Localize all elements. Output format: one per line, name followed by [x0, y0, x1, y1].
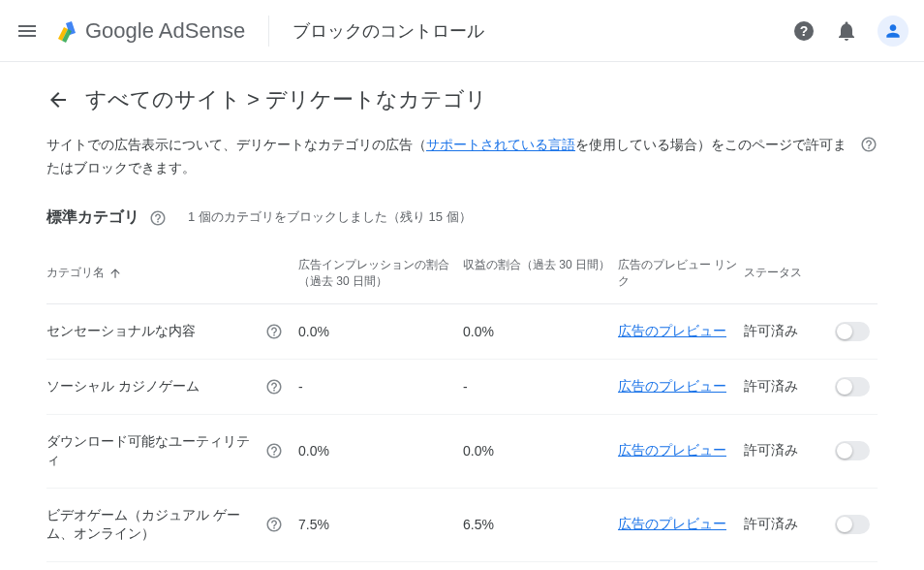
page-context-title: ブロックのコントロール — [293, 19, 792, 43]
preview-cell: 広告のプレビュー — [618, 378, 744, 396]
status-cell: 許可済み — [744, 515, 878, 534]
toggle-knob — [837, 443, 852, 459]
row-help-icon[interactable] — [265, 516, 283, 533]
table-row: ビデオゲーム（カジュアル ゲーム、オンライン）7.5%6.5%広告のプレビュー許… — [46, 489, 878, 562]
app-header: Google AdSense ブロックのコントロール ? — [0, 0, 924, 62]
category-name-cell: ビデオゲーム（カジュアル ゲーム、オンライン） — [46, 506, 298, 544]
toggle-knob — [837, 517, 852, 532]
section-info: 1 個のカテゴリをブロックしました（残り 15 個） — [188, 208, 472, 226]
header-actions: ? — [792, 16, 909, 47]
category-name-cell: センセーショナルな内容 — [46, 322, 298, 341]
preview-link[interactable]: 広告のプレビュー — [618, 323, 726, 338]
svg-text:?: ? — [800, 23, 809, 39]
category-name-cell: ダウンロード可能なユーティリティ — [46, 432, 298, 470]
table-row: センセーショナルな内容0.0%0.0%広告のプレビュー許可済み — [46, 304, 878, 360]
table-header-row: カテゴリ名 広告インプレッションの割合（過去 30 日間） 収益の割合（過去 3… — [46, 243, 878, 304]
section-header: 標準カテゴリ 1 個のカテゴリをブロックしました（残り 15 個） — [46, 207, 878, 228]
intro-help-icon[interactable] — [860, 136, 878, 153]
table-row: 一攫千金0.0%0.0%広告のプレビュー許可済み — [46, 562, 878, 570]
menu-icon[interactable] — [15, 19, 39, 43]
row-help-icon[interactable] — [265, 378, 283, 396]
preview-link[interactable]: 広告のプレビュー — [618, 378, 726, 394]
category-name: ソーシャル カジノゲーム — [46, 377, 258, 396]
brand-text: Google AdSense — [85, 18, 245, 44]
brand-logo[interactable]: Google AdSense — [54, 18, 245, 44]
status-toggle[interactable] — [835, 322, 870, 341]
header-divider — [268, 16, 269, 47]
table-row: ダウンロード可能なユーティリティ0.0%0.0%広告のプレビュー許可済み — [46, 415, 878, 489]
category-name: ビデオゲーム（カジュアル ゲーム、オンライン） — [46, 506, 258, 544]
impressions-cell: 0.0% — [298, 324, 463, 339]
revenue-cell: - — [463, 379, 618, 395]
breadcrumb-text: すべてのサイト > デリケートなカテゴリ — [85, 85, 487, 114]
status-cell: 許可済み — [744, 322, 878, 341]
revenue-cell: 6.5% — [463, 517, 618, 532]
section-title: 標準カテゴリ — [46, 207, 139, 228]
user-avatar[interactable] — [878, 16, 909, 47]
impressions-cell: 7.5% — [298, 517, 463, 532]
back-arrow-icon[interactable] — [46, 88, 70, 111]
intro-text: サイトでの広告表示について、デリケートなカテゴリの広告（サポートされている言語を… — [46, 134, 848, 180]
notifications-icon[interactable] — [835, 19, 858, 43]
status-toggle[interactable] — [835, 515, 870, 534]
column-header-name[interactable]: カテゴリ名 — [46, 257, 298, 290]
status-cell: 許可済み — [744, 441, 878, 460]
impressions-cell: - — [298, 379, 463, 395]
help-icon[interactable]: ? — [792, 19, 816, 43]
main-content: すべてのサイト > デリケートなカテゴリ サイトでの広告表示について、デリケート… — [0, 62, 924, 570]
toggle-knob — [837, 379, 852, 395]
intro-section: サイトでの広告表示について、デリケートなカテゴリの広告（サポートされている言語を… — [46, 134, 878, 180]
preview-cell: 広告のプレビュー — [618, 442, 744, 459]
column-header-preview: 広告のプレビュー リンク — [618, 257, 744, 290]
column-header-name-label: カテゴリ名 — [46, 265, 105, 281]
status-label: 許可済み — [744, 442, 798, 459]
impressions-cell: 0.0% — [298, 443, 463, 459]
table-row: ソーシャル カジノゲーム--広告のプレビュー許可済み — [46, 360, 878, 415]
column-header-impressions[interactable]: 広告インプレッションの割合（過去 30 日間） — [298, 257, 463, 290]
categories-table: カテゴリ名 広告インプレッションの割合（過去 30 日間） 収益の割合（過去 3… — [46, 243, 878, 570]
column-header-status-label: ステータス — [744, 265, 802, 281]
status-toggle[interactable] — [835, 441, 870, 460]
preview-cell: 広告のプレビュー — [618, 516, 744, 533]
column-header-revenue[interactable]: 収益の割合（過去 30 日間） — [463, 257, 618, 290]
preview-cell: 広告のプレビュー — [618, 323, 744, 340]
preview-link[interactable]: 広告のプレビュー — [618, 516, 726, 531]
adsense-logo-icon — [54, 19, 77, 43]
status-label: 許可済み — [744, 378, 798, 396]
status-label: 許可済み — [744, 516, 798, 533]
status-toggle[interactable] — [835, 377, 870, 396]
status-label: 許可済み — [744, 323, 798, 340]
intro-prefix: サイトでの広告表示について、デリケートなカテゴリの広告（ — [46, 137, 426, 152]
category-name: ダウンロード可能なユーティリティ — [46, 432, 258, 470]
category-name-cell: ソーシャル カジノゲーム — [46, 377, 298, 396]
sort-ascending-icon — [108, 267, 122, 280]
column-header-status: ステータス — [744, 257, 878, 290]
toggle-knob — [837, 324, 852, 339]
row-help-icon[interactable] — [265, 442, 283, 459]
breadcrumb: すべてのサイト > デリケートなカテゴリ — [46, 85, 878, 114]
revenue-cell: 0.0% — [463, 443, 618, 459]
person-icon — [883, 21, 903, 41]
supported-languages-link[interactable]: サポートされている言語 — [426, 137, 575, 152]
preview-link[interactable]: 広告のプレビュー — [618, 442, 726, 458]
category-name: センセーショナルな内容 — [46, 322, 258, 341]
row-help-icon[interactable] — [265, 323, 283, 340]
status-cell: 許可済み — [744, 377, 878, 396]
section-help-icon[interactable] — [149, 209, 167, 227]
revenue-cell: 0.0% — [463, 324, 618, 339]
